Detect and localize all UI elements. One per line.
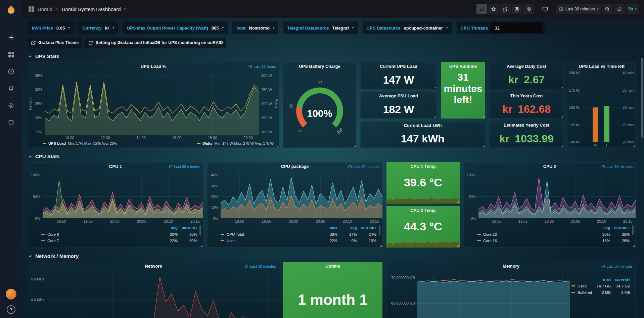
memory-chart[interactable]: 70.000000 GB60.000000 GB50.000000 GB19:5… bbox=[386, 271, 570, 318]
dashboard: kWh Price0.65▾Currencykr▾UPS Max Output … bbox=[22, 18, 644, 318]
sidebar-item-create[interactable] bbox=[7, 34, 15, 41]
variable-currency[interactable]: Currencykr▾ bbox=[79, 21, 118, 34]
panel-title[interactable]: CPU 2 Temp bbox=[386, 206, 460, 215]
breadcrumb-dashboard-title[interactable]: Unraid System Dashboard bbox=[62, 6, 121, 12]
panel-title[interactable]: UPS Battery Charge bbox=[283, 62, 356, 71]
panel-title[interactable]: Average PSU Load bbox=[360, 92, 437, 100]
cycle-view-mode-button[interactable] bbox=[540, 4, 551, 14]
variable-value[interactable]: apcupsd-container bbox=[404, 26, 443, 31]
save-dashboard-button[interactable] bbox=[512, 4, 522, 14]
panel-title[interactable]: Network bbox=[28, 262, 279, 271]
variable-host[interactable]: hostNostromo▾ bbox=[232, 21, 278, 34]
sort-caret-icon: ▾ bbox=[629, 278, 630, 281]
legend-column-current[interactable]: current▾ bbox=[611, 277, 630, 281]
dashboard-settings-button[interactable] bbox=[523, 4, 534, 14]
variable-value[interactable]: 0.65 bbox=[56, 26, 65, 31]
legend-column-current[interactable]: current▾ bbox=[178, 226, 197, 230]
cpu-package-chart[interactable]: 40%30%20%10%0%19:5019:5520:0020:0520:102… bbox=[207, 171, 382, 224]
legend-scrollbar[interactable] bbox=[379, 225, 380, 235]
user-avatar[interactable] bbox=[6, 289, 16, 300]
sidebar-item-configuration[interactable] bbox=[7, 102, 15, 109]
panel-title[interactable]: UPS Load % bbox=[28, 62, 279, 71]
time-range-picker[interactable]: Last 30 minutes ▾ bbox=[556, 4, 601, 14]
panel-title[interactable]: This Years Cost bbox=[489, 92, 564, 100]
legend-item[interactable]: User22%9%13% bbox=[221, 237, 376, 244]
add-panel-button[interactable] bbox=[476, 4, 487, 14]
legend-column-avg[interactable]: avg bbox=[158, 226, 178, 230]
share-dashboard-button[interactable] bbox=[500, 4, 511, 14]
cost-panels-column: Average Daily Cost kr2.67 This Years Cos… bbox=[489, 62, 564, 148]
legend-column-avg[interactable]: avg bbox=[591, 226, 610, 230]
variable-value[interactable]: 865 bbox=[212, 26, 219, 31]
legend-scrollbar[interactable] bbox=[199, 225, 201, 235]
chevron-down-icon[interactable]: ▾ bbox=[124, 7, 126, 11]
legend-column-max[interactable]: max bbox=[591, 277, 611, 281]
panel-average-daily-cost: Average Daily Cost kr2.67 bbox=[489, 62, 564, 89]
panel-title[interactable]: Memory bbox=[386, 262, 636, 271]
memory-legend: maxcurrent▾Used14.7 GB14.7 GBBuffered3 M… bbox=[570, 271, 636, 318]
sidebar-item-alerting[interactable] bbox=[7, 85, 15, 92]
ups-load-vs-time-chart[interactable]: 200 W175 W150 W125 W100 W40 min35 min30 … bbox=[568, 71, 636, 148]
dashboard-link-grafana-plex-theme[interactable]: Grafana Plex Theme bbox=[28, 38, 82, 48]
page-scrollbar[interactable] bbox=[641, 58, 643, 138]
bar-T bbox=[604, 106, 609, 142]
legend-item[interactable]: Core 620%30% bbox=[41, 231, 197, 237]
panel-title[interactable]: UPS Runtime bbox=[441, 62, 485, 71]
apps-grid-icon[interactable] bbox=[28, 6, 34, 12]
row-header-cpu-stats[interactable]: CPU Stats bbox=[28, 153, 639, 159]
panel-title[interactable]: Average Daily Cost bbox=[489, 62, 564, 71]
series-color-marker bbox=[477, 240, 481, 241]
clock-icon bbox=[559, 7, 563, 11]
legend-column-avg[interactable]: avg bbox=[337, 226, 357, 230]
panel-title[interactable]: Estimated Yearly Cost bbox=[489, 121, 564, 130]
legend-column-current[interactable]: current▾ bbox=[610, 226, 630, 230]
cpu1-chart[interactable]: 100%50%0%19:5019:5520:0020:0520:1020:15 bbox=[28, 171, 203, 224]
panel-title[interactable]: Current UPS Load bbox=[360, 62, 437, 71]
ups-stats-row: UPS Load % Last 12 hours Percent35%30%25… bbox=[28, 62, 639, 148]
legend-item[interactable]: Core 722%30% bbox=[41, 237, 197, 244]
sidebar-item-explore[interactable] bbox=[7, 68, 15, 75]
variable-cpu-threads[interactable]: CPU Threads bbox=[457, 21, 546, 34]
network-chart[interactable]: 6.0 MBs4.0 MBs2.0 MBs19:5019:5520:0020:0… bbox=[28, 271, 279, 318]
variable-telegraf-datasource[interactable]: Telegraf DatasourceTelegraf▾ bbox=[283, 21, 358, 34]
ups-load-chart[interactable]: Percent35%30%25%20%15%300 W250 W200 W150… bbox=[28, 71, 279, 140]
variable-label: Currency bbox=[83, 26, 102, 31]
legend-item[interactable]: Used14.7 GB14.7 GB bbox=[571, 283, 630, 289]
legend-item[interactable]: Core 2220%35% bbox=[477, 231, 630, 237]
refresh-button[interactable] bbox=[614, 4, 625, 14]
sidebar-item-dashboards[interactable] bbox=[7, 51, 15, 58]
row-header-ups-stats[interactable]: UPS Stats bbox=[28, 53, 639, 59]
breadcrumb-app[interactable]: Unraid bbox=[38, 6, 52, 12]
legend-item[interactable]: Buffered3 MB3 MB bbox=[571, 289, 630, 296]
legend-column-current[interactable]: current▾ bbox=[357, 226, 376, 230]
panel-title[interactable]: Uptime bbox=[283, 262, 382, 271]
variable-value[interactable]: kr bbox=[105, 26, 109, 31]
legend-column-max[interactable]: max bbox=[318, 226, 337, 230]
variable-ups-datasource[interactable]: UPS Datasourceapcupsd-container▾ bbox=[363, 21, 452, 34]
sidebar-item-server-admin[interactable] bbox=[7, 119, 15, 127]
legend-item[interactable]: CPU Total38%17%24% bbox=[221, 231, 376, 237]
zoom-out-button[interactable] bbox=[602, 4, 613, 14]
row-header-network-memory[interactable]: Network / Memory bbox=[28, 253, 639, 259]
panel-title[interactable]: CPU 1 Temp bbox=[386, 162, 460, 171]
panel-title[interactable]: UPS Load vs Time left bbox=[568, 62, 636, 71]
panel-title[interactable]: Current Load kWh bbox=[360, 121, 485, 130]
legend-item[interactable]: WattsMin: 147 W Max: 278 W Avg: 175 W bbox=[197, 141, 274, 145]
panel-cpu2-temp: CPU 2 Temp 44.3 °C bbox=[386, 206, 460, 247]
sort-caret-icon: ▾ bbox=[628, 227, 630, 230]
help-button[interactable]: ? bbox=[7, 305, 15, 314]
variable-input-cpu-threads[interactable] bbox=[491, 22, 542, 33]
variable-label: kWh Price bbox=[32, 26, 53, 31]
dashboard-link-ups-monitoring-guide[interactable]: Setting up Grafana and InfluxDB for UPS … bbox=[85, 38, 226, 48]
variable-kwh-price[interactable]: kWh Price0.65▾ bbox=[28, 21, 74, 34]
legend-item[interactable]: Core 1618%29% bbox=[477, 237, 630, 244]
variable-value[interactable]: Nostromo bbox=[249, 26, 270, 31]
star-dashboard-button[interactable] bbox=[488, 4, 499, 14]
variable-ups-max-output[interactable]: UPS Max Output Power Capacity (Watt)865▾ bbox=[123, 21, 228, 34]
grafana-logo[interactable] bbox=[5, 4, 17, 17]
variable-value[interactable]: Telegraf bbox=[332, 26, 349, 31]
legend-scrollbar[interactable] bbox=[632, 225, 634, 235]
cpu2-chart[interactable]: 100%50%0%19:5019:5520:0020:0520:1020:15 bbox=[464, 171, 636, 224]
legend-item[interactable]: UPS LoadMin: 17% Max: 32% Avg: 20% bbox=[43, 141, 117, 145]
refresh-interval-picker[interactable]: 5s ▾ bbox=[626, 4, 639, 14]
